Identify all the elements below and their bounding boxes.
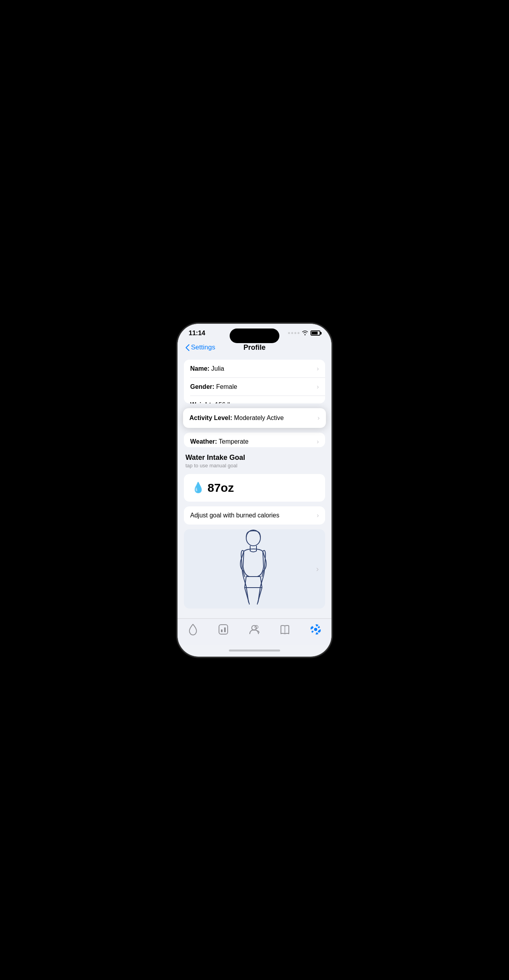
name-label: Name: [190,365,210,372]
book-tab-icon [280,624,290,635]
water-tab-icon [188,623,198,635]
svg-rect-3 [224,627,226,632]
svg-rect-1 [219,625,228,634]
dynamic-island [230,329,279,343]
body-figure-card[interactable]: › [184,529,325,609]
bottom-spacer [184,613,325,618]
weather-label: Weather: [190,438,217,445]
settings-tab-icon [310,624,321,635]
water-intake-subtitle: tap to use manual goal [185,463,324,469]
status-icons [288,330,320,336]
water-intake-section-header: Water Intake Goal tap to use manual goal [184,452,325,469]
activity-level-chevron-icon: › [318,414,320,422]
tab-stats[interactable] [213,622,233,637]
profile-info-card: Name: Julia › Gender: Female › Weight: [184,360,325,403]
nav-title: Profile [243,343,266,352]
stats-tab-icon [218,624,228,635]
status-time: 11:14 [189,329,205,337]
gender-row[interactable]: Gender: Female › [184,378,325,396]
back-button[interactable]: Settings [185,343,215,351]
weather-chevron-icon: › [317,438,319,445]
water-goal-card[interactable]: 💧 87oz [184,474,325,502]
phone-screen: 11:14 [178,324,331,657]
wifi-icon [302,330,308,336]
gender-chevron-icon: › [317,383,319,390]
body-figure-chevron-icon: › [316,564,319,573]
battery-icon [311,330,320,336]
gender-label: Gender: [190,383,214,390]
profile-tab-icon [249,624,260,635]
tab-book[interactable] [275,622,295,637]
weight-chevron-icon: › [317,401,319,403]
tab-profile[interactable] [244,622,264,637]
name-row[interactable]: Name: Julia › [184,360,325,378]
home-indicator [178,645,331,657]
adjust-goal-chevron-icon: › [317,512,319,519]
signal-icon [288,332,299,334]
gender-value: Female [216,383,237,390]
svg-rect-2 [221,629,223,632]
svg-point-0 [246,530,260,546]
body-figure [190,529,316,608]
weather-card: Weather: Temperate › [184,433,325,447]
weight-row[interactable]: Weight: 156 lbs › [184,396,325,403]
activity-level-value: Moderately Active [234,414,284,421]
tab-water[interactable] [183,622,203,637]
tab-settings[interactable] [305,622,326,637]
content-area: Name: Julia › Gender: Female › Weight: [178,357,331,618]
weight-value: 156 lbs [215,401,236,403]
adjust-goal-label: Adjust goal with burned calories [190,512,279,519]
svg-point-7 [314,628,317,631]
tab-bar [178,618,331,645]
water-amount: 87oz [208,481,234,495]
home-bar [229,650,280,651]
water-intake-title: Water Intake Goal [185,454,324,462]
name-value: Julia [211,365,224,372]
weight-label: Weight: [190,401,213,403]
name-chevron-icon: › [317,365,319,372]
weather-value: Temperate [219,438,249,445]
weather-row[interactable]: Weather: Temperate › [184,433,325,447]
back-label: Settings [191,343,215,351]
adjust-goal-card[interactable]: Adjust goal with burned calories › [184,506,325,525]
water-drop-icon: 💧 [192,482,204,494]
activity-level-row[interactable]: Activity Level: Moderately Active › [183,408,326,428]
phone-frame: 11:14 [178,324,331,657]
activity-level-label: Activity Level: [189,414,232,421]
